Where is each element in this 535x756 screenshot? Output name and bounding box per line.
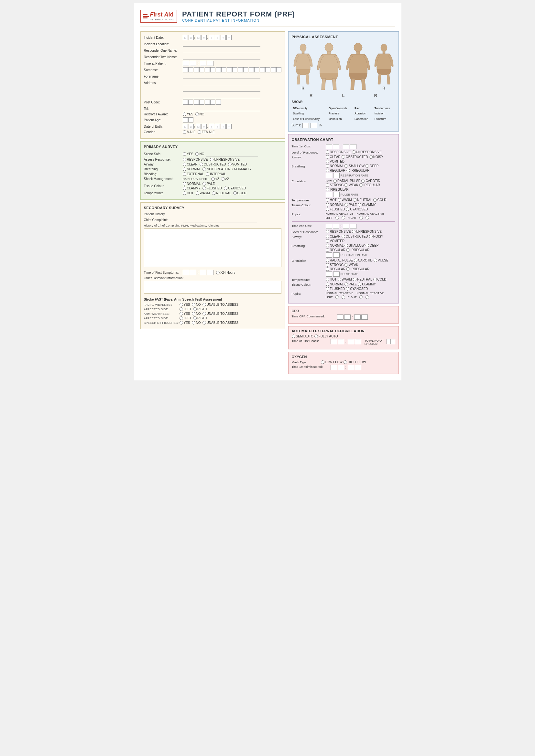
pc1[interactable] — [183, 99, 188, 105]
obs2-responsive-circle[interactable] — [326, 230, 329, 233]
relatives-yes[interactable]: YES — [183, 113, 193, 116]
sn1[interactable] — [183, 67, 188, 72]
obs2-airway-vomited[interactable]: VOMITED — [326, 239, 345, 243]
resp-rate-box2[interactable] — [333, 173, 340, 178]
airway-clear-circle[interactable] — [183, 163, 186, 166]
resp-rate-box1[interactable] — [326, 173, 332, 178]
dob-y2[interactable]: Y — [215, 124, 220, 129]
aed-semi-auto[interactable]: SEMI AUTO — [292, 335, 313, 338]
obs1-breathing-regular[interactable]: REGULAR — [326, 169, 346, 172]
obs2-regular[interactable]: REGULAR — [326, 267, 346, 271]
obs1-weak[interactable]: WEAK — [345, 183, 358, 187]
address-input-2[interactable] — [183, 87, 260, 92]
obs1-warm-circle[interactable] — [338, 198, 341, 202]
responder-two-input[interactable] — [183, 54, 260, 60]
obs2-airway-noisy[interactable]: NOISY — [369, 235, 383, 238]
forename-input[interactable] — [183, 74, 260, 79]
obs2-airway-obstructed-circle[interactable] — [342, 235, 345, 238]
temp-hot[interactable]: HOT — [183, 191, 194, 195]
burns-box2[interactable] — [311, 123, 317, 128]
obs2-breathing-regular-circle[interactable] — [326, 248, 329, 252]
speech-yes-circle[interactable] — [180, 321, 183, 325]
obs2-pulse-circle[interactable] — [374, 258, 377, 262]
dob-y3[interactable]: Y — [221, 124, 226, 129]
obs1-breathing-deep[interactable]: DEEP — [366, 164, 379, 168]
obs2-breathing-irregular[interactable]: IRREGULAR — [347, 248, 369, 252]
breathing-normal[interactable]: NORMAL — [183, 167, 201, 171]
sn2[interactable] — [188, 67, 193, 72]
obs1-breathing-irregular[interactable]: IRREGULAR — [347, 169, 369, 172]
facial-unable-circle[interactable] — [203, 303, 206, 307]
facial-yes-circle[interactable] — [180, 303, 183, 307]
obs2-tissue-clammy[interactable]: CLAMMY — [358, 283, 376, 286]
obs1-neutral[interactable]: NEUTRAL — [353, 198, 372, 202]
obs1-unresponsive[interactable]: UNRESPONSIVE — [352, 150, 382, 154]
obs2-responsive[interactable]: RESPONSIVE — [326, 230, 351, 233]
bleeding-external-circle[interactable] — [183, 172, 186, 176]
speech-yes[interactable]: YES — [180, 321, 190, 325]
obs1-responsive[interactable]: RESPONSIVE — [326, 150, 351, 154]
sn14[interactable] — [254, 67, 259, 72]
time-h1[interactable] — [183, 61, 189, 66]
obs1-radial-circle[interactable] — [333, 179, 337, 183]
obs2-m1[interactable] — [343, 224, 349, 229]
obs2-cold-circle[interactable] — [373, 278, 377, 281]
sn18[interactable] — [276, 67, 281, 72]
obs1-right-circle1[interactable] — [359, 216, 363, 220]
temp-hot-circle[interactable] — [183, 191, 186, 195]
obs2-pulse[interactable]: PULSE — [374, 258, 388, 262]
pc7[interactable] — [216, 99, 221, 105]
obs2-breathing-deep[interactable]: DEEP — [366, 244, 379, 247]
date-y1[interactable]: Y — [209, 35, 214, 40]
dob-d2[interactable]: D — [188, 124, 194, 129]
obs2-breathing-normal[interactable]: NORMAL — [326, 244, 344, 247]
sn13[interactable] — [249, 67, 254, 72]
aed-fully-auto-circle[interactable] — [314, 335, 318, 338]
obs2-breathing-shallow[interactable]: SHALLOW — [345, 244, 365, 247]
pc2[interactable] — [188, 99, 193, 105]
obs1-neutral-circle[interactable] — [353, 198, 356, 202]
obs1-breathing-shallow[interactable]: SHALLOW — [345, 164, 365, 168]
obs2-radial[interactable]: RADIAL PULSE — [326, 258, 353, 262]
pulse-rate2-box2[interactable] — [333, 272, 340, 277]
aed-fully-auto[interactable]: FULLY AUTO — [314, 335, 338, 338]
obs2-carotid[interactable]: CAROTID — [354, 258, 373, 262]
speech-no[interactable]: NO — [192, 321, 201, 325]
aed-m2[interactable] — [355, 339, 361, 344]
sym-m2[interactable] — [207, 270, 213, 275]
obs1-tissue-pale[interactable]: PALE — [345, 203, 357, 206]
obs2-right-circle2[interactable] — [366, 295, 369, 299]
arm-no-circle[interactable] — [192, 312, 195, 315]
dob-y4[interactable]: Y — [226, 124, 232, 129]
obs1-airway-obstructed[interactable]: OBSTRUCTED — [342, 155, 368, 159]
cpr-h2[interactable] — [344, 314, 351, 320]
obs1-tissue-pale-circle[interactable] — [345, 203, 348, 206]
obs1-m1[interactable] — [343, 144, 349, 149]
obs2-strong-circle[interactable] — [326, 263, 329, 267]
arm-left-circle[interactable] — [180, 316, 183, 320]
obs1-tissue-cyanosed[interactable]: CYANOSED — [346, 207, 368, 211]
obs1-right-circle2[interactable] — [366, 216, 369, 220]
obs2-neutral[interactable]: NEUTRAL — [353, 278, 372, 281]
obs1-radial[interactable]: RADIAL PULSE — [333, 179, 360, 183]
aed-total-box1[interactable] — [386, 339, 391, 344]
obs1-warm[interactable]: WARM — [338, 198, 352, 202]
obs1-airway-vomited-circle[interactable] — [326, 160, 329, 163]
assess-responsive[interactable]: RESPONSIVE — [183, 158, 208, 161]
sn3[interactable] — [194, 67, 199, 72]
dob-m2[interactable]: M — [202, 124, 207, 129]
date-d2[interactable]: D — [188, 35, 194, 40]
address-input-3[interactable] — [183, 93, 260, 98]
oxy-m1[interactable] — [348, 365, 354, 370]
obs1-airway-clear-circle[interactable] — [326, 155, 329, 159]
obs2-breathing-regular[interactable]: REGULAR — [326, 248, 346, 252]
obs2-m2[interactable] — [350, 224, 356, 229]
tissue-cyanosed[interactable]: CYANOSED — [224, 186, 246, 190]
obs2-tissue-flushed[interactable]: FLUSHED — [326, 287, 345, 290]
sym-h2[interactable] — [190, 270, 196, 275]
scene-no-circle[interactable] — [195, 152, 199, 156]
age1[interactable] — [183, 117, 188, 122]
dob-y1[interactable]: Y — [209, 124, 214, 129]
temp-neutral-circle[interactable] — [212, 191, 215, 195]
obs1-cold-circle[interactable] — [373, 198, 377, 202]
